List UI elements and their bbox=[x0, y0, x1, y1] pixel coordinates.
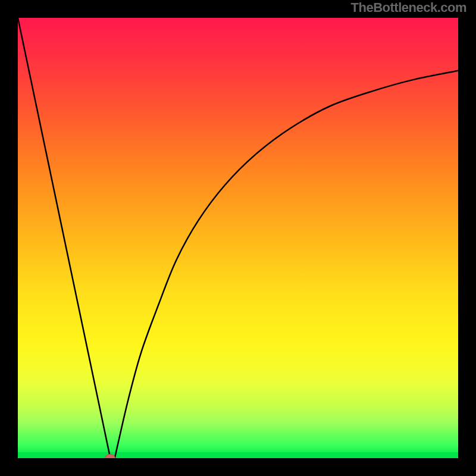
chart-left-slope bbox=[18, 18, 110, 458]
chart-right-curve bbox=[115, 71, 458, 458]
chart-marker-dot bbox=[105, 454, 115, 458]
chart-plot-area bbox=[18, 18, 458, 458]
chart-curve-layer bbox=[18, 18, 458, 458]
watermark-text: TheBottleneck.com bbox=[351, 0, 466, 15]
